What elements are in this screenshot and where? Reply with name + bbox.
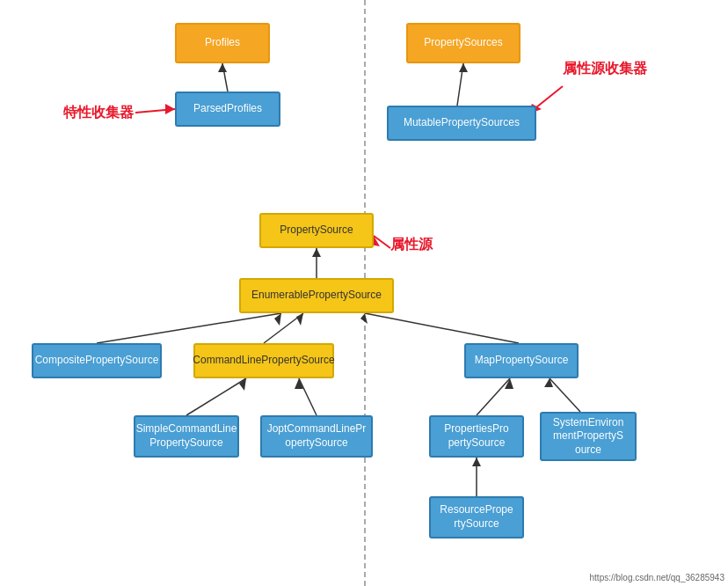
properties-property-source-label: PropertiesPro pertySource	[444, 422, 508, 450]
watermark: https://blog.csdn.net/qq_36285943	[590, 573, 724, 582]
node-jopt-command-line: JoptCommandLinePr opertySource	[260, 415, 373, 458]
svg-line-6	[97, 313, 281, 343]
svg-line-12	[186, 378, 246, 415]
svg-marker-7	[274, 313, 281, 326]
node-profiles: Profiles	[175, 23, 270, 63]
svg-marker-21	[472, 458, 481, 466]
annotation-shuxingyuan-collector: 属性源收集器	[563, 60, 647, 78]
svg-line-10	[365, 313, 519, 343]
property-sources-label: PropertySources	[424, 36, 502, 50]
shuxingyuan-text: 属性源	[390, 237, 433, 252]
property-source-label: PropertySource	[280, 223, 353, 238]
simple-command-line-label: SimpleCommandLine PropertySource	[136, 422, 237, 450]
node-composite-property-source: CompositePropertySource	[32, 343, 162, 378]
svg-marker-13	[239, 378, 246, 391]
composite-property-source-label: CompositePropertySource	[35, 354, 159, 368]
svg-line-2	[457, 63, 463, 106]
jopt-command-line-label: JoptCommandLinePr opertySource	[267, 422, 367, 450]
svg-marker-19	[544, 378, 553, 387]
node-system-environment: SystemEnviron mentPropertyS ource	[540, 412, 637, 461]
svg-marker-5	[312, 248, 321, 257]
svg-line-14	[299, 378, 317, 415]
svg-line-22	[135, 109, 175, 113]
svg-marker-15	[295, 378, 303, 389]
node-property-source: PropertySource	[259, 213, 374, 248]
svg-marker-9	[296, 313, 303, 326]
diagram-container: Profiles ParsedProfiles PropertySources …	[0, 0, 728, 586]
svg-marker-3	[459, 63, 468, 72]
command-line-property-source-label: CommandLinePropertySource	[193, 354, 334, 368]
watermark-text: https://blog.csdn.net/qq_36285943	[590, 573, 724, 582]
node-simple-command-line: SimpleCommandLine PropertySource	[134, 415, 239, 458]
enumerable-property-source-label: EnumerablePropertySource	[251, 289, 382, 303]
resource-property-source-label: ResourcePrope rtySource	[440, 503, 513, 531]
svg-line-8	[264, 313, 303, 343]
map-property-source-label: MapPropertySource	[475, 354, 569, 368]
svg-line-16	[477, 378, 510, 415]
texing-collector-text: 特性收集器	[63, 105, 134, 120]
profiles-label: Profiles	[205, 36, 240, 50]
svg-line-0	[222, 63, 228, 92]
node-command-line-property-source: CommandLinePropertySource	[193, 343, 334, 378]
annotation-texing-collector: 特性收集器	[63, 104, 134, 122]
node-resource-property-source: ResourcePrope rtySource	[429, 496, 524, 538]
system-environment-label: SystemEnviron mentPropertyS ource	[553, 416, 624, 458]
node-property-sources: PropertySources	[406, 23, 521, 63]
svg-line-26	[374, 236, 390, 248]
node-properties-property-source: PropertiesPro pertySource	[429, 415, 524, 458]
mutable-property-sources-label: MutablePropertySources	[404, 116, 520, 130]
node-map-property-source: MapPropertySource	[464, 343, 579, 378]
node-parsed-profiles: ParsedProfiles	[175, 92, 280, 127]
annotation-shuxingyuan: 属性源	[390, 236, 433, 254]
parsed-profiles-label: ParsedProfiles	[193, 102, 262, 116]
svg-marker-17	[505, 378, 513, 389]
node-enumerable-property-source: EnumerablePropertySource	[239, 278, 394, 313]
svg-marker-23	[165, 104, 175, 114]
svg-line-18	[550, 378, 580, 412]
shuxingyuan-collector-text: 属性源收集器	[563, 61, 647, 76]
node-mutable-property-sources: MutablePropertySources	[387, 106, 536, 141]
svg-marker-1	[218, 63, 227, 72]
